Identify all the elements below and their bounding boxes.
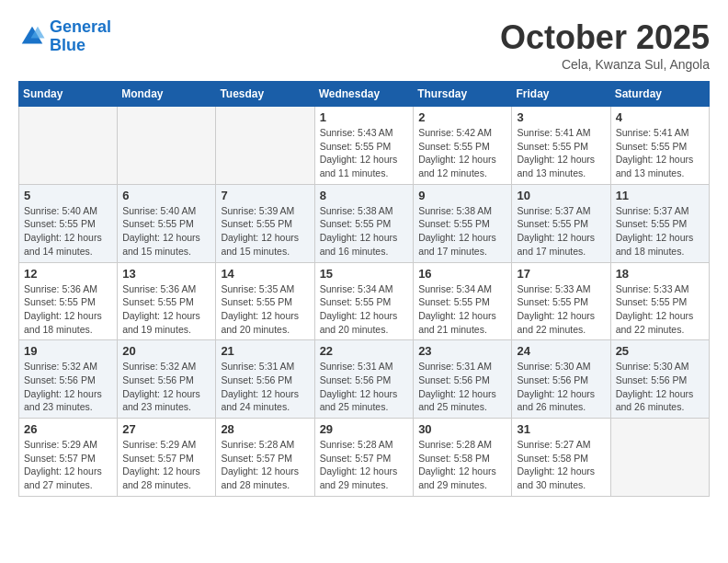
weekday-header: Saturday bbox=[610, 82, 709, 107]
day-number: 7 bbox=[221, 189, 309, 202]
day-info: Sunrise: 5:38 AM Sunset: 5:55 PM Dayligh… bbox=[320, 204, 409, 259]
logo-text: General Blue bbox=[50, 18, 111, 55]
calendar-cell: 30Sunrise: 5:28 AM Sunset: 5:58 PM Dayli… bbox=[414, 419, 512, 497]
calendar-cell: 15Sunrise: 5:34 AM Sunset: 5:55 PM Dayli… bbox=[314, 262, 414, 340]
day-number: 20 bbox=[122, 344, 210, 358]
day-number: 12 bbox=[24, 267, 112, 281]
day-info: Sunrise: 5:43 AM Sunset: 5:55 PM Dayligh… bbox=[320, 126, 409, 180]
calendar-cell: 25Sunrise: 5:30 AM Sunset: 5:56 PM Dayli… bbox=[610, 340, 709, 419]
calendar-cell: 2Sunrise: 5:42 AM Sunset: 5:55 PM Daylig… bbox=[414, 107, 512, 185]
day-info: Sunrise: 5:28 AM Sunset: 5:57 PM Dayligh… bbox=[221, 438, 309, 492]
day-number: 22 bbox=[320, 344, 409, 358]
calendar-cell: 10Sunrise: 5:37 AM Sunset: 5:55 PM Dayli… bbox=[512, 184, 610, 262]
day-info: Sunrise: 5:31 AM Sunset: 5:56 PM Dayligh… bbox=[320, 360, 409, 414]
calendar-week-row: 12Sunrise: 5:36 AM Sunset: 5:55 PM Dayli… bbox=[19, 262, 710, 340]
calendar-cell: 14Sunrise: 5:35 AM Sunset: 5:55 PM Dayli… bbox=[216, 262, 314, 340]
calendar-cell bbox=[118, 107, 216, 185]
day-info: Sunrise: 5:37 AM Sunset: 5:55 PM Dayligh… bbox=[616, 204, 704, 259]
day-info: Sunrise: 5:32 AM Sunset: 5:56 PM Dayligh… bbox=[24, 360, 112, 414]
title-block: October 2025 Cela, Kwanza Sul, Angola bbox=[500, 18, 710, 72]
day-number: 23 bbox=[418, 344, 506, 358]
logo-line1: General bbox=[50, 17, 111, 36]
day-number: 11 bbox=[616, 189, 704, 202]
day-info: Sunrise: 5:35 AM Sunset: 5:55 PM Dayligh… bbox=[221, 282, 309, 337]
day-number: 14 bbox=[221, 267, 309, 281]
day-info: Sunrise: 5:42 AM Sunset: 5:55 PM Dayligh… bbox=[418, 126, 506, 180]
day-number: 4 bbox=[616, 110, 704, 124]
day-info: Sunrise: 5:31 AM Sunset: 5:56 PM Dayligh… bbox=[221, 360, 309, 414]
page-header: General Blue October 2025 Cela, Kwanza S… bbox=[18, 18, 710, 72]
month-title: October 2025 bbox=[500, 18, 710, 57]
calendar: SundayMondayTuesdayWednesdayThursdayFrid… bbox=[18, 81, 710, 497]
day-number: 28 bbox=[221, 422, 309, 436]
day-number: 21 bbox=[221, 344, 309, 358]
day-info: Sunrise: 5:38 AM Sunset: 5:55 PM Dayligh… bbox=[418, 204, 506, 259]
logo: General Blue bbox=[18, 18, 111, 55]
calendar-cell: 18Sunrise: 5:33 AM Sunset: 5:55 PM Dayli… bbox=[610, 262, 709, 340]
day-info: Sunrise: 5:31 AM Sunset: 5:56 PM Dayligh… bbox=[418, 360, 506, 414]
day-info: Sunrise: 5:28 AM Sunset: 5:57 PM Dayligh… bbox=[320, 438, 409, 492]
calendar-cell: 21Sunrise: 5:31 AM Sunset: 5:56 PM Dayli… bbox=[216, 340, 314, 419]
calendar-cell: 12Sunrise: 5:36 AM Sunset: 5:55 PM Dayli… bbox=[19, 262, 118, 340]
calendar-cell: 8Sunrise: 5:38 AM Sunset: 5:55 PM Daylig… bbox=[314, 184, 414, 262]
day-info: Sunrise: 5:29 AM Sunset: 5:57 PM Dayligh… bbox=[122, 438, 210, 492]
day-number: 6 bbox=[122, 189, 210, 202]
day-info: Sunrise: 5:30 AM Sunset: 5:56 PM Dayligh… bbox=[616, 360, 704, 414]
day-info: Sunrise: 5:41 AM Sunset: 5:55 PM Dayligh… bbox=[517, 126, 605, 180]
day-number: 19 bbox=[24, 344, 112, 358]
day-number: 30 bbox=[418, 422, 506, 436]
day-info: Sunrise: 5:41 AM Sunset: 5:55 PM Dayligh… bbox=[616, 126, 704, 180]
day-info: Sunrise: 5:40 AM Sunset: 5:55 PM Dayligh… bbox=[24, 204, 112, 259]
day-info: Sunrise: 5:27 AM Sunset: 5:58 PM Dayligh… bbox=[517, 438, 605, 492]
day-number: 26 bbox=[24, 422, 112, 436]
calendar-cell: 24Sunrise: 5:30 AM Sunset: 5:56 PM Dayli… bbox=[512, 340, 610, 419]
day-number: 15 bbox=[320, 267, 409, 281]
calendar-cell: 7Sunrise: 5:39 AM Sunset: 5:55 PM Daylig… bbox=[216, 184, 314, 262]
day-info: Sunrise: 5:28 AM Sunset: 5:58 PM Dayligh… bbox=[418, 438, 506, 492]
calendar-cell: 27Sunrise: 5:29 AM Sunset: 5:57 PM Dayli… bbox=[118, 419, 216, 497]
calendar-cell: 5Sunrise: 5:40 AM Sunset: 5:55 PM Daylig… bbox=[19, 184, 118, 262]
day-number: 10 bbox=[517, 189, 605, 202]
day-info: Sunrise: 5:39 AM Sunset: 5:55 PM Dayligh… bbox=[221, 204, 309, 259]
calendar-week-row: 1Sunrise: 5:43 AM Sunset: 5:55 PM Daylig… bbox=[19, 107, 710, 185]
day-info: Sunrise: 5:29 AM Sunset: 5:57 PM Dayligh… bbox=[24, 438, 112, 492]
day-number: 29 bbox=[320, 422, 409, 436]
day-number: 2 bbox=[418, 110, 506, 124]
day-number: 18 bbox=[616, 267, 704, 281]
day-info: Sunrise: 5:32 AM Sunset: 5:56 PM Dayligh… bbox=[122, 360, 210, 414]
calendar-week-row: 26Sunrise: 5:29 AM Sunset: 5:57 PM Dayli… bbox=[19, 419, 710, 497]
calendar-cell bbox=[610, 419, 709, 497]
location: Cela, Kwanza Sul, Angola bbox=[500, 57, 710, 72]
calendar-cell: 22Sunrise: 5:31 AM Sunset: 5:56 PM Dayli… bbox=[314, 340, 414, 419]
day-number: 16 bbox=[418, 267, 506, 281]
day-number: 24 bbox=[517, 344, 605, 358]
day-number: 8 bbox=[320, 189, 409, 202]
day-info: Sunrise: 5:37 AM Sunset: 5:55 PM Dayligh… bbox=[517, 204, 605, 259]
calendar-cell: 3Sunrise: 5:41 AM Sunset: 5:55 PM Daylig… bbox=[512, 107, 610, 185]
day-info: Sunrise: 5:34 AM Sunset: 5:55 PM Dayligh… bbox=[320, 282, 409, 337]
calendar-cell: 23Sunrise: 5:31 AM Sunset: 5:56 PM Dayli… bbox=[414, 340, 512, 419]
calendar-cell: 6Sunrise: 5:40 AM Sunset: 5:55 PM Daylig… bbox=[118, 184, 216, 262]
day-number: 3 bbox=[517, 110, 605, 124]
calendar-cell bbox=[19, 107, 118, 185]
weekday-header: Friday bbox=[512, 82, 610, 107]
weekday-header-row: SundayMondayTuesdayWednesdayThursdayFrid… bbox=[19, 82, 710, 107]
logo-icon bbox=[18, 23, 46, 51]
weekday-header: Wednesday bbox=[314, 82, 414, 107]
calendar-cell: 4Sunrise: 5:41 AM Sunset: 5:55 PM Daylig… bbox=[610, 107, 709, 185]
day-info: Sunrise: 5:40 AM Sunset: 5:55 PM Dayligh… bbox=[122, 204, 210, 259]
calendar-cell: 13Sunrise: 5:36 AM Sunset: 5:55 PM Dayli… bbox=[118, 262, 216, 340]
day-info: Sunrise: 5:33 AM Sunset: 5:55 PM Dayligh… bbox=[616, 282, 704, 337]
day-number: 17 bbox=[517, 267, 605, 281]
weekday-header: Monday bbox=[118, 82, 216, 107]
day-number: 27 bbox=[122, 422, 210, 436]
day-number: 5 bbox=[24, 189, 112, 202]
day-number: 31 bbox=[517, 422, 605, 436]
calendar-cell: 11Sunrise: 5:37 AM Sunset: 5:55 PM Dayli… bbox=[610, 184, 709, 262]
calendar-cell: 20Sunrise: 5:32 AM Sunset: 5:56 PM Dayli… bbox=[118, 340, 216, 419]
calendar-cell: 1Sunrise: 5:43 AM Sunset: 5:55 PM Daylig… bbox=[314, 107, 414, 185]
calendar-cell: 16Sunrise: 5:34 AM Sunset: 5:55 PM Dayli… bbox=[414, 262, 512, 340]
weekday-header: Thursday bbox=[414, 82, 512, 107]
calendar-week-row: 19Sunrise: 5:32 AM Sunset: 5:56 PM Dayli… bbox=[19, 340, 710, 419]
calendar-cell: 19Sunrise: 5:32 AM Sunset: 5:56 PM Dayli… bbox=[19, 340, 118, 419]
